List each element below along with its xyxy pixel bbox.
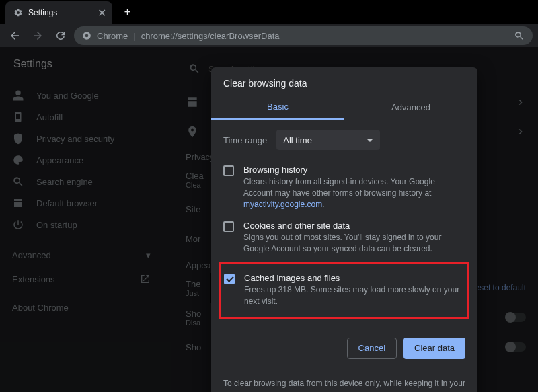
- sidebar-item-label: Autofill: [36, 112, 63, 122]
- close-icon[interactable]: ✕: [96, 7, 107, 18]
- dialog-title: Clear browsing data: [211, 67, 477, 94]
- chevron-down-icon: [367, 139, 373, 142]
- location-icon: [186, 125, 199, 139]
- checkbox-row-browsing-history[interactable]: Browsing history Clears history from all…: [223, 159, 465, 215]
- tab-basic[interactable]: Basic: [211, 94, 344, 120]
- search-icon: [188, 63, 200, 75]
- checkbox-row-cache[interactable]: Cached images and files Frees up 318 MB.…: [224, 268, 465, 313]
- clear-browsing-data-dialog: Clear browsing data Basic Advanced Time …: [211, 67, 477, 392]
- dialog-tabs: Basic Advanced: [211, 94, 477, 120]
- chevron-right-icon: [515, 97, 526, 108]
- sidebar-item-label: You and Google: [36, 91, 99, 101]
- page-title: Settings: [13, 58, 52, 70]
- sidebar-item-label: On startup: [36, 220, 77, 230]
- checkbox-desc: Signs you out of most sites. You'll stay…: [243, 232, 465, 255]
- tab-title: Settings: [28, 8, 57, 17]
- sidebar-item-label: Search engine: [36, 177, 93, 187]
- sidebar-extensions[interactable]: Extensions: [12, 274, 163, 284]
- checkbox-title: Cookies and other site data: [243, 221, 465, 231]
- checkbox-desc: Clears history from all signed-in device…: [243, 176, 465, 210]
- back-button[interactable]: [5, 26, 24, 45]
- svg-point-1: [85, 34, 89, 38]
- sidebar-item-you-and-google[interactable]: You and Google: [12, 85, 163, 106]
- checkbox[interactable]: [224, 274, 235, 284]
- sidebar-about[interactable]: About Chrome: [12, 297, 163, 318]
- reload-button[interactable]: [51, 26, 70, 45]
- address-app: Chrome: [97, 31, 128, 41]
- highlight-box: Cached images and files Frees up 318 MB.…: [219, 262, 469, 319]
- myactivity-link[interactable]: myactivity.google.com: [243, 200, 322, 209]
- checkbox-row-cookies[interactable]: Cookies and other site data Signs you ou…: [223, 215, 465, 260]
- browser-tab-strip: Settings ✕ +: [0, 0, 538, 24]
- new-tab-button[interactable]: +: [118, 3, 137, 22]
- open-in-new-icon: [140, 274, 151, 284]
- browser-toolbar: Chrome | chrome://settings/clearBrowserD…: [0, 24, 538, 47]
- sidebar-item-label: Default browser: [36, 198, 98, 208]
- settings-sidebar: You and Google Autofill Privacy and secu…: [0, 81, 175, 322]
- toggle[interactable]: [506, 313, 526, 322]
- address-bar[interactable]: Chrome | chrome://settings/clearBrowserD…: [74, 26, 533, 45]
- sidebar-item-appearance[interactable]: Appearance: [12, 149, 163, 171]
- checkbox-desc: Frees up 318 MB. Some sites may load mor…: [244, 284, 465, 307]
- address-url: chrome://settings/clearBrowserData: [141, 31, 508, 41]
- chrome-icon: [82, 31, 91, 40]
- sidebar-item-search-engine[interactable]: Search engine: [12, 171, 163, 192]
- forward-button[interactable]: [28, 26, 47, 45]
- dialog-footer-note: To clear browsing data from this device …: [211, 370, 477, 392]
- chevron-down-icon: ▾: [146, 250, 151, 260]
- checkbox[interactable]: [223, 165, 234, 176]
- sidebar-advanced[interactable]: Advanced▾: [12, 250, 163, 260]
- sidebar-item-label: Privacy and security: [36, 134, 114, 144]
- sidebar-item-autofill[interactable]: Autofill: [12, 106, 163, 128]
- card-icon: [186, 95, 199, 109]
- sidebar-item-privacy[interactable]: Privacy and security: [12, 128, 163, 149]
- tab-advanced[interactable]: Advanced: [344, 94, 477, 120]
- checkbox-title: Cached images and files: [244, 273, 465, 283]
- gear-icon: [13, 8, 23, 17]
- chevron-right-icon: [515, 126, 526, 137]
- time-range-label: Time range: [223, 135, 267, 145]
- toggle[interactable]: [506, 342, 526, 352]
- checkbox[interactable]: [223, 221, 234, 232]
- time-range-select[interactable]: All time: [276, 130, 380, 150]
- checkbox-title: Browsing history: [243, 165, 465, 175]
- cancel-button[interactable]: Cancel: [347, 338, 397, 359]
- reset-link[interactable]: Reset to default: [469, 283, 526, 292]
- sidebar-item-label: Appearance: [36, 155, 83, 165]
- browser-tab[interactable]: Settings ✕: [5, 1, 112, 24]
- search-icon[interactable]: [514, 30, 525, 41]
- sidebar-item-on-startup[interactable]: On startup: [12, 214, 163, 235]
- sidebar-item-default-browser[interactable]: Default browser: [12, 192, 163, 214]
- clear-data-button[interactable]: Clear data: [404, 338, 465, 359]
